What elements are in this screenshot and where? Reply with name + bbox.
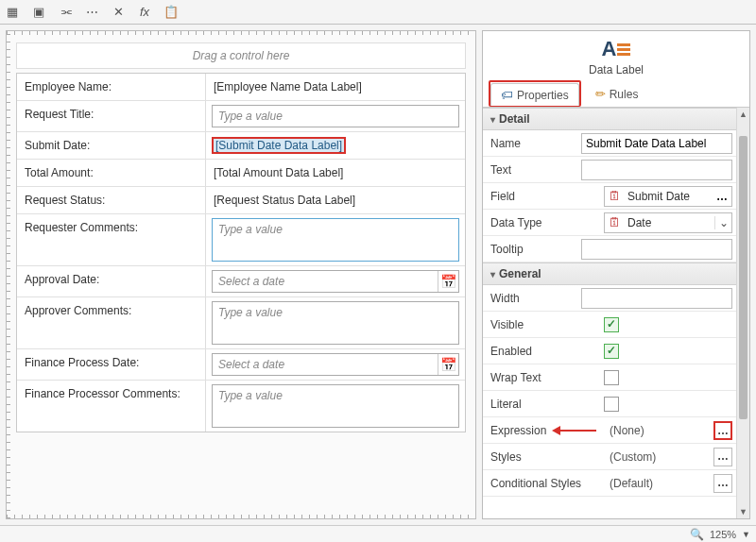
vertical-scrollbar[interactable]: ▲ ▼ [736,108,749,518]
prop-width-input[interactable] [581,288,732,309]
panel-header: A Data Label [483,31,749,80]
prop-visible-label: Visible [483,313,604,336]
prop-datatype-label: Data Type [483,212,604,234]
section-general[interactable]: ▾General [483,263,736,285]
finance-date-picker[interactable]: Select a date 📅 [212,353,459,376]
prop-styles-label: Styles [483,446,604,468]
approver-comments-textarea[interactable]: Type a value [212,301,459,345]
prop-datatype-picker[interactable]: 🗓 Date ⌄ [604,212,732,233]
paste-icon[interactable]: 📋 [163,4,180,21]
datalabel-logo-icon: A [602,37,631,61]
prop-text-input[interactable] [581,160,732,180]
scroll-down-icon[interactable]: ▼ [737,505,749,518]
scroll-up-icon[interactable]: ▲ [737,108,749,121]
prop-styles-browse-button[interactable]: … [713,448,732,466]
scroll-thumb[interactable] [739,136,747,419]
prop-condstyles-value: (Default) [604,477,710,490]
prop-text-label: Text [483,159,581,181]
prop-expression-label: Expression [483,419,604,442]
prop-literal-label: Literal [483,393,604,415]
row-label[interactable]: Employee Name: [17,74,206,100]
finance-comments-textarea[interactable]: Type a value [212,384,459,428]
tools-icon[interactable]: ✕ [110,4,127,21]
prop-literal-checkbox[interactable] [604,397,619,412]
prop-expression-value: (None) [604,424,710,437]
tab-properties[interactable]: 🏷 Properties [490,83,579,106]
form-designer[interactable]: Drag a control here Employee Name: [Empl… [6,30,476,519]
total-amount-datalabel[interactable]: [Total Amount Data Label] [212,164,345,181]
calendar-icon[interactable]: 📅 [438,354,458,375]
prop-field-picker[interactable]: 🗓 Submit Date … [604,186,732,207]
image-icon[interactable]: ▣ [30,4,47,21]
tab-rules[interactable]: ✏ Rules [585,80,649,107]
properties-panel: A Data Label 🏷 Properties ✏ Rules ▾Detai… [482,30,750,519]
prop-visible-checkbox[interactable] [604,317,619,332]
prop-tooltip-label: Tooltip [483,238,581,261]
toolbar: ▦ ▣ ⫘ ⋯ ✕ fx 📋 [0,0,756,25]
panel-title: Data Label [483,63,749,76]
highlight-box: 🏷 Properties [489,80,581,107]
prop-wraptext-label: Wrap Text [483,366,604,389]
row-label[interactable]: Finance Processor Comments: [17,381,206,432]
fx-icon[interactable]: fx [136,4,153,21]
prop-name-label: Name [483,132,581,155]
submit-date-datalabel[interactable]: [Submit Date Data Label] [212,137,346,154]
property-list: ▾Detail Name Text Field 🗓 Submit Date … … [483,108,736,518]
row-label[interactable]: Finance Process Date: [17,349,206,380]
properties-icon: 🏷 [501,88,513,102]
prop-condstyles-browse-button[interactable]: … [713,474,732,493]
zoom-value[interactable]: 125% [710,529,736,540]
annotation-arrow [552,426,596,435]
section-detail[interactable]: ▾Detail [483,108,736,130]
prop-name-input[interactable] [581,133,732,154]
row-label[interactable]: Request Title: [17,101,206,131]
calendar-icon: 🗓 [605,215,624,229]
prop-condstyles-label: Conditional Styles [483,472,604,495]
drop-hint[interactable]: Drag a control here [16,42,466,69]
row-label[interactable]: Approval Date: [17,266,206,296]
row-label[interactable]: Requester Comments: [17,214,206,265]
zoom-icon[interactable]: 🔍 [690,528,704,541]
zoom-dropdown-icon[interactable]: ▼ [742,530,750,539]
status-bar: 🔍 125% ▼ [0,525,756,542]
row-label[interactable]: Total Amount: [17,160,206,186]
chevron-down-icon[interactable]: ⌄ [714,216,731,229]
row-label[interactable]: Request Status: [17,187,206,213]
row-label[interactable]: Submit Date: [17,132,206,159]
row-label[interactable]: Approver Comments: [17,297,206,348]
approval-date-picker[interactable]: Select a date 📅 [212,270,459,293]
prop-styles-value: (Custom) [604,450,710,464]
employee-name-datalabel[interactable]: [Employee Name Data Label] [212,78,364,95]
form-table: Employee Name: [Employee Name Data Label… [16,73,466,432]
prop-field-label: Field [483,185,604,208]
prop-tooltip-input[interactable] [581,239,732,260]
prop-expression-browse-button[interactable]: … [713,421,732,440]
more-icon[interactable]: ⋯ [83,4,100,21]
requester-comments-textarea[interactable]: Type a value [212,218,459,262]
prop-wraptext-checkbox[interactable] [604,370,619,385]
prop-enabled-label: Enabled [483,340,604,363]
calendar-icon: 🗓 [605,189,624,203]
panel-tabs: 🏷 Properties ✏ Rules [483,80,749,108]
link-icon[interactable]: ⫘ [57,4,74,21]
prop-width-label: Width [483,287,581,310]
form-icon[interactable]: ▦ [4,4,21,21]
rules-icon: ✏ [595,87,606,101]
prop-enabled-checkbox[interactable] [604,344,619,359]
request-title-textbox[interactable]: Type a value [212,105,459,127]
calendar-icon[interactable]: 📅 [438,271,458,292]
ellipsis-icon[interactable]: … [713,190,731,203]
request-status-datalabel[interactable]: [Request Status Data Label] [212,192,357,209]
